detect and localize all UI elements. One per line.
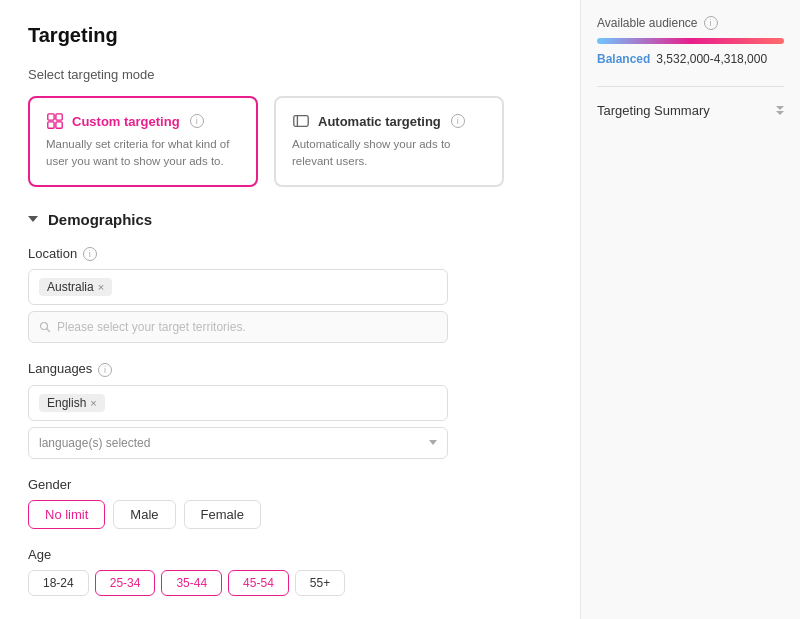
age-label: Age bbox=[28, 547, 448, 562]
svg-rect-4 bbox=[294, 116, 308, 127]
gender-male-button[interactable]: Male bbox=[113, 500, 175, 529]
svg-rect-1 bbox=[56, 114, 62, 120]
languages-label: Languages i bbox=[28, 361, 448, 377]
age-25-34-button[interactable]: 25-34 bbox=[95, 570, 156, 596]
automatic-targeting-info-icon[interactable]: i bbox=[451, 114, 465, 128]
location-search-box[interactable]: Please select your target territories. bbox=[28, 311, 448, 343]
demographics-chevron-icon bbox=[28, 216, 38, 222]
svg-rect-2 bbox=[48, 122, 54, 128]
age-section: Age 18-24 25-34 35-44 45-54 55+ bbox=[28, 547, 448, 596]
gender-label: Gender bbox=[28, 477, 448, 492]
age-18-24-button[interactable]: 18-24 bbox=[28, 570, 89, 596]
languages-section: Languages i English × language(s) select… bbox=[28, 361, 448, 459]
automatic-targeting-card[interactable]: Automatic targeting i Automatically show… bbox=[274, 96, 504, 187]
audience-section: Available audience i Balanced 3,532,000-… bbox=[597, 16, 784, 66]
balance-label: Balanced bbox=[597, 52, 650, 66]
automatic-targeting-desc: Automatically show your ads to relevant … bbox=[292, 136, 486, 171]
language-tag-english: English × bbox=[39, 394, 105, 412]
custom-targeting-icon bbox=[46, 112, 64, 130]
age-55-plus-button[interactable]: 55+ bbox=[295, 570, 345, 596]
languages-tag-box[interactable]: English × bbox=[28, 385, 448, 421]
languages-dropdown[interactable]: language(s) selected bbox=[28, 427, 448, 459]
sidebar: Available audience i Balanced 3,532,000-… bbox=[580, 0, 800, 619]
languages-dropdown-text: language(s) selected bbox=[39, 436, 150, 450]
chevron-down-icon bbox=[776, 111, 784, 115]
audience-bar bbox=[597, 38, 784, 44]
custom-targeting-card[interactable]: Custom targeting i Manually set criteria… bbox=[28, 96, 258, 187]
automatic-targeting-icon bbox=[292, 112, 310, 130]
gender-female-button[interactable]: Female bbox=[184, 500, 261, 529]
age-45-54-button[interactable]: 45-54 bbox=[228, 570, 289, 596]
age-button-group: 18-24 25-34 35-44 45-54 55+ bbox=[28, 570, 448, 596]
targeting-summary-row: Targeting Summary bbox=[597, 103, 784, 118]
location-tag-australia: Australia × bbox=[39, 278, 112, 296]
audience-title: Available audience i bbox=[597, 16, 784, 30]
age-35-44-button[interactable]: 35-44 bbox=[161, 570, 222, 596]
location-tag-box[interactable]: Australia × bbox=[28, 269, 448, 305]
language-tag-remove[interactable]: × bbox=[90, 397, 96, 409]
svg-rect-0 bbox=[48, 114, 54, 120]
location-search-placeholder: Please select your target territories. bbox=[57, 320, 246, 334]
demographics-title: Demographics bbox=[48, 211, 152, 228]
audience-range: 3,532,000-4,318,000 bbox=[656, 52, 767, 66]
targeting-mode-row: Custom targeting i Manually set criteria… bbox=[28, 96, 552, 187]
svg-rect-3 bbox=[56, 122, 62, 128]
demographics-header[interactable]: Demographics bbox=[28, 211, 552, 228]
select-mode-label: Select targeting mode bbox=[28, 67, 552, 82]
search-icon bbox=[39, 321, 51, 333]
page-title: Targeting bbox=[28, 24, 552, 47]
location-section: Location i Australia × Please select you… bbox=[28, 246, 448, 344]
targeting-summary-label: Targeting Summary bbox=[597, 103, 710, 118]
custom-targeting-title: Custom targeting bbox=[72, 114, 180, 129]
location-info-icon[interactable]: i bbox=[83, 247, 97, 261]
custom-targeting-desc: Manually set criteria for what kind of u… bbox=[46, 136, 240, 171]
audience-info-icon[interactable]: i bbox=[704, 16, 718, 30]
languages-info-icon[interactable]: i bbox=[98, 363, 112, 377]
gender-section: Gender No limit Male Female bbox=[28, 477, 448, 529]
location-label: Location i bbox=[28, 246, 448, 262]
gender-button-group: No limit Male Female bbox=[28, 500, 448, 529]
targeting-summary-toggle[interactable] bbox=[776, 106, 784, 115]
languages-dropdown-chevron-icon bbox=[429, 440, 437, 445]
gender-no-limit-button[interactable]: No limit bbox=[28, 500, 105, 529]
balance-indicator: Balanced 3,532,000-4,318,000 bbox=[597, 52, 784, 66]
automatic-targeting-title: Automatic targeting bbox=[318, 114, 441, 129]
svg-line-7 bbox=[47, 329, 50, 332]
chevron-up-icon bbox=[776, 106, 784, 110]
location-tag-remove[interactable]: × bbox=[98, 281, 104, 293]
custom-targeting-info-icon[interactable]: i bbox=[190, 114, 204, 128]
sidebar-divider bbox=[597, 86, 784, 87]
